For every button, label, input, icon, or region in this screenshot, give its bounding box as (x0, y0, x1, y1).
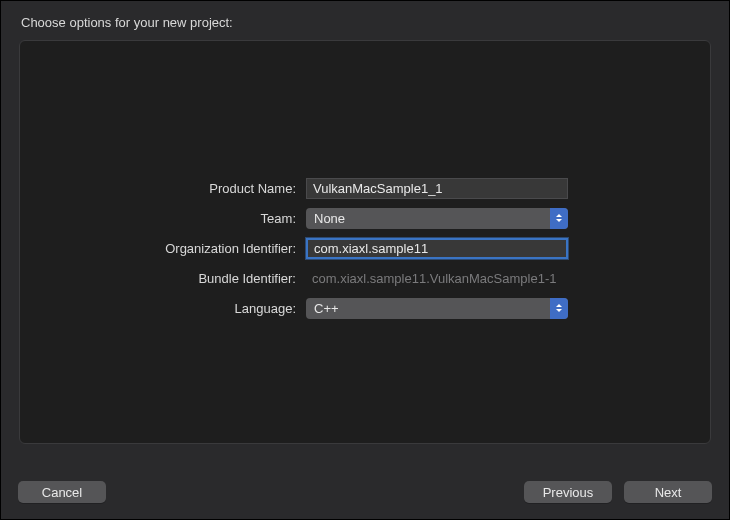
product-name-row: Product Name: (50, 177, 680, 199)
org-identifier-label: Organization Identifier: (50, 241, 306, 256)
dialog-footer: Cancel Previous Next (0, 464, 730, 520)
language-select-value: C++ (314, 301, 339, 316)
team-select-value: None (314, 211, 345, 226)
team-row: Team: None (50, 207, 680, 229)
bundle-identifier-label: Bundle Identifier: (50, 271, 306, 286)
org-identifier-row: Organization Identifier: (50, 237, 680, 259)
bundle-identifier-value: com.xiaxl.sample11.VulkanMacSample1-1 (306, 271, 556, 286)
language-label: Language: (50, 301, 306, 316)
product-name-label: Product Name: (50, 181, 306, 196)
previous-button[interactable]: Previous (524, 481, 612, 503)
form-area: Product Name: Team: None Organization Id… (20, 177, 710, 327)
chevron-up-down-icon (550, 208, 568, 229)
product-name-input[interactable] (306, 178, 568, 199)
dialog-header: Choose options for your new project: (1, 1, 729, 40)
next-button[interactable]: Next (624, 481, 712, 503)
language-row: Language: C++ (50, 297, 680, 319)
dialog-title: Choose options for your new project: (21, 15, 233, 30)
team-select[interactable]: None (306, 208, 568, 229)
cancel-button[interactable]: Cancel (18, 481, 106, 503)
org-identifier-input[interactable] (306, 238, 568, 259)
team-label: Team: (50, 211, 306, 226)
bundle-identifier-row: Bundle Identifier: com.xiaxl.sample11.Vu… (50, 267, 680, 289)
language-select[interactable]: C++ (306, 298, 568, 319)
chevron-up-down-icon (550, 298, 568, 319)
content-panel: Product Name: Team: None Organization Id… (19, 40, 711, 444)
